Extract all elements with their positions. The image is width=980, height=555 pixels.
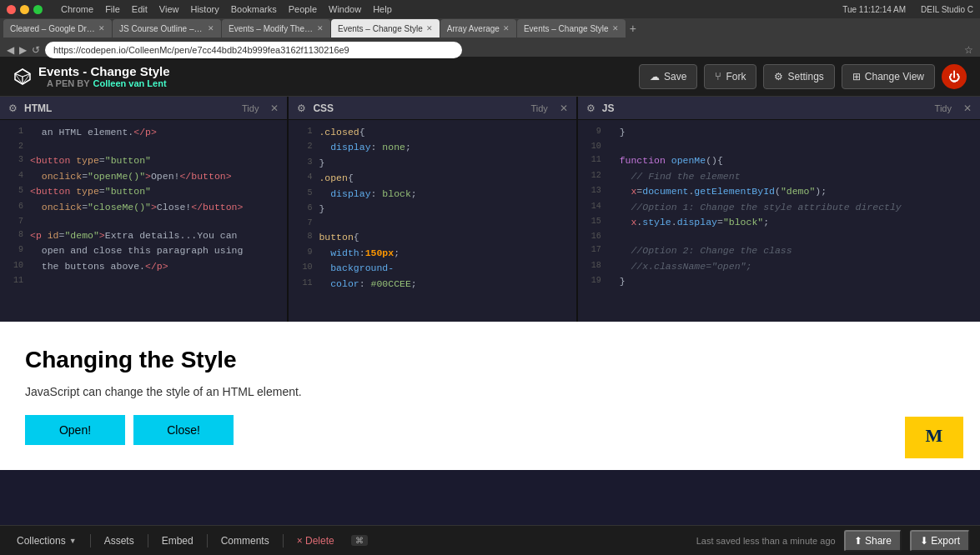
open-button[interactable]: Open!	[25, 415, 125, 445]
preview-buttons: Open! Close!	[25, 415, 955, 445]
assets-button[interactable]: Assets	[98, 532, 141, 550]
html-settings-icon[interactable]: ⚙	[8, 102, 18, 114]
comments-button[interactable]: Comments	[214, 532, 276, 550]
close-button[interactable]: Close!	[133, 415, 234, 445]
preview-description: JavaScript can change the style of an HT…	[25, 385, 955, 398]
bottom-left: Collections ▼ Assets Embed Comments × De…	[10, 532, 374, 550]
author-link[interactable]: Colleen van Lent	[93, 78, 167, 88]
tab-1[interactable]: Cleared – Google Drive✕	[3, 19, 112, 38]
change-view-button[interactable]: ⊞ Change View	[842, 64, 935, 89]
tab-2[interactable]: JS Course Outline – Goo...✕	[113, 19, 221, 38]
cmd-icon-button[interactable]: ⌘	[344, 532, 374, 549]
collections-dropdown-icon: ▼	[69, 537, 77, 545]
app-name: DEIL Studio C	[921, 5, 973, 14]
bottom-right: Last saved less than a minute ago ⬆ Shar…	[696, 530, 970, 552]
codepen-logo-icon	[13, 68, 32, 86]
help-menu[interactable]: Help	[373, 4, 392, 14]
export-button[interactable]: ⬇ Export	[910, 530, 970, 552]
pen-by-label: A PEN BY	[47, 78, 90, 88]
css-editor-panel: ⚙ CSS Tidy ✕ 1.closed{ 2 display: none; …	[289, 97, 577, 322]
codepen-logo: Events - Change Style A PEN BY Colleen v…	[13, 64, 170, 88]
tab-3[interactable]: Events – Modify The DOM...✕	[222, 19, 330, 38]
people-menu[interactable]: People	[289, 4, 317, 14]
browser-chrome: Chrome File Edit View History Bookmarks …	[0, 0, 980, 57]
bookmarks-menu[interactable]: Bookmarks	[231, 4, 277, 14]
css-editor-content[interactable]: 1.closed{ 2 display: none; 3} 4.open{ 5 …	[289, 120, 575, 322]
js-lang-label: JS	[602, 102, 615, 114]
tab-4-active[interactable]: Events – Change Style✕	[331, 19, 440, 38]
tab-1-close[interactable]: ✕	[98, 24, 105, 32]
settings-button[interactable]: ⚙ Settings	[763, 64, 834, 89]
project-title: Events - Change Style	[38, 64, 170, 78]
save-button[interactable]: ☁ Save	[639, 64, 697, 89]
js-editor-panel: ⚙ JS Tidy ✕ 9 } 10 11 function openMe(){…	[578, 97, 980, 322]
tab-5-close[interactable]: ✕	[503, 24, 510, 32]
divider-3	[207, 534, 208, 548]
new-tab-btn[interactable]: +	[630, 22, 636, 35]
css-tidy-button[interactable]: Tidy	[530, 103, 547, 113]
power-button[interactable]: ⏻	[942, 64, 967, 89]
html-tidy-button[interactable]: Tidy	[242, 103, 259, 113]
js-editor-header: ⚙ JS Tidy ✕	[578, 97, 980, 120]
css-editor-header: ⚙ CSS Tidy ✕	[289, 97, 575, 120]
html-editor-header: ⚙ HTML Tidy ✕	[0, 97, 287, 120]
tab-2-close[interactable]: ✕	[208, 24, 214, 32]
html-editor-panel: ⚙ HTML Tidy ✕ 1 an HTML element.</p> 2 3…	[0, 97, 289, 322]
edit-menu[interactable]: Edit	[132, 4, 148, 14]
delete-label: × Delete	[297, 535, 334, 547]
share-button[interactable]: ⬆ Share	[844, 530, 902, 552]
embed-button[interactable]: Embed	[155, 532, 200, 550]
back-btn[interactable]: ◀	[7, 44, 14, 56]
maximize-window-btn[interactable]	[33, 5, 43, 14]
collections-button[interactable]: Collections ▼	[10, 532, 83, 550]
address-input[interactable]: https://codepen.io/ColleenMc/pen/e7cc44b…	[45, 42, 462, 58]
divider-1	[90, 534, 91, 548]
js-tidy-button[interactable]: Tidy	[935, 103, 952, 113]
fork-icon: ⑂	[715, 70, 721, 82]
js-close-button[interactable]: ✕	[963, 102, 972, 114]
assets-label: Assets	[104, 535, 134, 547]
chrome-menu[interactable]: Chrome	[61, 4, 93, 14]
css-settings-icon[interactable]: ⚙	[297, 102, 306, 114]
preview-area: Changing the Style JavaScript can change…	[0, 322, 980, 470]
html-lang-label: HTML	[24, 102, 52, 114]
saved-status: Last saved less than a minute ago	[696, 536, 836, 546]
grid-icon: ⊞	[852, 71, 861, 82]
cp-actions: ☁ Save ⑂ Fork ⚙ Settings ⊞ Change View ⏻	[639, 64, 967, 89]
window-menu[interactable]: Window	[329, 4, 361, 14]
divider-2	[148, 534, 148, 548]
menu-bar: Chrome File Edit View History Bookmarks …	[61, 4, 392, 14]
fork-button[interactable]: ⑂ Fork	[704, 64, 756, 89]
html-close-button[interactable]: ✕	[270, 102, 279, 114]
tab-3-close[interactable]: ✕	[317, 24, 324, 32]
refresh-btn[interactable]: ↺	[32, 44, 40, 56]
collections-label: Collections	[17, 535, 66, 547]
close-window-btn[interactable]	[7, 5, 16, 14]
html-editor-content[interactable]: 1 an HTML element.</p> 2 3<button type="…	[0, 120, 287, 322]
editors-area: ⚙ HTML Tidy ✕ 1 an HTML element.</p> 2 3…	[0, 97, 980, 322]
tab-4-close[interactable]: ✕	[426, 24, 433, 32]
tab-5[interactable]: Array Average✕	[440, 19, 516, 38]
cmd-icon: ⌘	[351, 535, 368, 546]
traffic-lights	[7, 5, 43, 14]
gear-icon: ⚙	[774, 71, 783, 82]
css-close-button[interactable]: ✕	[560, 102, 568, 114]
minimize-window-btn[interactable]	[20, 5, 29, 14]
delete-button[interactable]: × Delete	[290, 532, 341, 550]
cloud-icon: ☁	[650, 71, 660, 82]
css-lang-label: CSS	[313, 102, 334, 114]
tab-6-close[interactable]: ✕	[612, 24, 619, 32]
title-bar: Chrome File Edit View History Bookmarks …	[0, 0, 980, 18]
forward-btn[interactable]: ▶	[19, 44, 27, 56]
history-menu[interactable]: History	[190, 4, 219, 14]
tab-6[interactable]: Events – Change Style✕	[517, 19, 626, 38]
divider-4	[283, 534, 284, 548]
view-menu[interactable]: View	[159, 4, 179, 14]
codepen-header: Events - Change Style A PEN BY Colleen v…	[0, 57, 980, 97]
bookmark-btn[interactable]: ☆	[964, 44, 973, 56]
js-settings-icon[interactable]: ⚙	[586, 102, 596, 114]
bottom-bar: Collections ▼ Assets Embed Comments × De…	[0, 525, 980, 555]
university-logo: M	[905, 417, 963, 462]
js-editor-content[interactable]: 9 } 10 11 function openMe(){ 12 // Find …	[578, 120, 980, 322]
file-menu[interactable]: File	[105, 4, 120, 14]
